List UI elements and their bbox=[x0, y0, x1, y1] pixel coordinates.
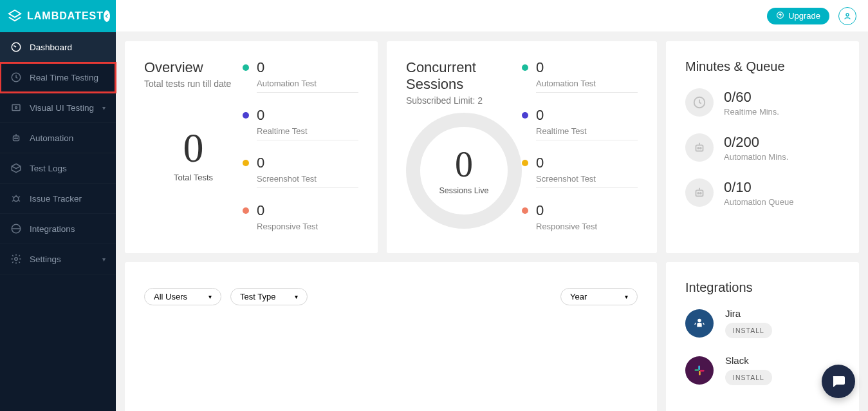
sidebar-item-issue-tracker[interactable]: Issue Tracker bbox=[0, 184, 116, 214]
metric-responsive-test: 0 Responsive Test bbox=[243, 202, 358, 235]
dashboard-content: Overview Total tests run till date 0 Tot… bbox=[116, 32, 868, 411]
metric-label: Screenshot Test bbox=[257, 174, 358, 184]
metric-automation-test: 0 Automation Test bbox=[243, 59, 358, 93]
mq-label: Realtime Mins. bbox=[724, 107, 779, 117]
svg-point-9 bbox=[15, 258, 18, 261]
automation-queue-row: 0/10Automation Queue bbox=[685, 178, 840, 207]
integration-jira: Jira INSTALL bbox=[685, 308, 840, 338]
chat-fab[interactable] bbox=[822, 365, 855, 398]
integrations-title: Integrations bbox=[685, 280, 840, 295]
filter-users-select[interactable]: All Users ▾ bbox=[144, 288, 221, 305]
select-value: Year bbox=[570, 292, 587, 301]
overview-total-value: 0 bbox=[183, 128, 204, 169]
chevron-down-icon: ▾ bbox=[102, 104, 106, 111]
metric-value: 0 bbox=[257, 155, 264, 171]
sidebar-collapse-toggle[interactable] bbox=[104, 10, 110, 22]
metric-value: 0 bbox=[536, 155, 544, 171]
overview-subtitle: Total tests run till date bbox=[144, 79, 243, 89]
sidebar-item-label: Integrations bbox=[30, 224, 75, 234]
gear-icon bbox=[10, 253, 22, 265]
dot-icon bbox=[522, 207, 528, 214]
bug-icon bbox=[10, 193, 22, 204]
concurrent-sessions-card: Concurrent Sessions Subscribed Limit: 2 … bbox=[387, 41, 657, 253]
metric-label: Automation Test bbox=[536, 79, 638, 88]
slack-logo-icon bbox=[685, 356, 714, 385]
metric-screenshot-test: 0 Screenshot Test bbox=[522, 155, 638, 188]
sessions-live-value: 0 bbox=[455, 146, 473, 182]
sidebar-item-label: Automation bbox=[30, 133, 73, 143]
minutes-queue-title: Minutes & Queue bbox=[685, 59, 840, 74]
sidebar-item-settings[interactable]: Settings ▾ bbox=[0, 244, 116, 274]
metric-label: Responsive Test bbox=[536, 222, 638, 231]
integrations-icon bbox=[10, 223, 22, 234]
upgrade-label: Upgrade bbox=[788, 11, 820, 21]
box-icon bbox=[10, 162, 22, 174]
sidebar-item-label: Test Logs bbox=[30, 164, 67, 173]
brand-name: LAMBDATEST bbox=[27, 10, 104, 22]
jira-logo-icon bbox=[685, 309, 714, 338]
main-area: Upgrade Overview Total tests run till da… bbox=[116, 0, 868, 411]
mq-value: 0/200 bbox=[724, 134, 788, 151]
svg-point-19 bbox=[697, 318, 701, 322]
sidebar-item-automation[interactable]: Automation bbox=[0, 123, 116, 153]
sidebar: LAMBDATEST Dashboard Real Time Testing V… bbox=[0, 0, 116, 411]
filter-year-select[interactable]: Year ▾ bbox=[560, 288, 638, 305]
integration-name: Slack bbox=[725, 355, 772, 366]
robot-icon bbox=[685, 133, 714, 162]
dashboard-icon bbox=[10, 41, 22, 53]
sidebar-item-realtime-testing[interactable]: Real Time Testing bbox=[0, 62, 116, 93]
concurrent-title: Concurrent Sessions bbox=[406, 59, 522, 93]
svg-rect-2 bbox=[12, 105, 20, 111]
automation-mins-row: 0/200Automation Mins. bbox=[685, 133, 840, 162]
svg-point-14 bbox=[697, 148, 699, 149]
sidebar-item-label: Visual UI Testing bbox=[30, 103, 94, 113]
select-value: All Users bbox=[154, 292, 187, 301]
dot-icon bbox=[243, 64, 249, 71]
svg-rect-22 bbox=[699, 370, 701, 375]
mq-label: Automation Queue bbox=[724, 197, 793, 207]
install-slack-button[interactable]: INSTALL bbox=[725, 370, 772, 385]
dot-icon bbox=[522, 64, 528, 71]
svg-point-11 bbox=[846, 14, 849, 16]
metric-automation-test: 0 Automation Test bbox=[522, 59, 638, 93]
brand-logo-icon bbox=[8, 9, 22, 23]
clock-icon bbox=[10, 72, 22, 83]
sidebar-item-test-logs[interactable]: Test Logs bbox=[0, 153, 116, 184]
minutes-queue-card: Minutes & Queue 0/60Realtime Mins. 0/200… bbox=[666, 41, 859, 253]
svg-rect-23 bbox=[700, 370, 705, 372]
filters-card: All Users ▾ Test Type ▾ Year ▾ bbox=[125, 262, 657, 411]
chevron-down-icon: ▾ bbox=[102, 256, 106, 263]
integration-slack: Slack INSTALL bbox=[685, 355, 840, 385]
sessions-ring: 0 Sessions Live bbox=[406, 113, 522, 229]
dot-icon bbox=[522, 112, 528, 119]
sidebar-item-label: Issue Tracker bbox=[30, 194, 82, 204]
sidebar-item-dashboard[interactable]: Dashboard bbox=[0, 32, 116, 62]
dot-icon bbox=[243, 207, 249, 214]
upgrade-button[interactable]: Upgrade bbox=[767, 8, 829, 24]
filter-testtype-select[interactable]: Test Type ▾ bbox=[230, 288, 308, 305]
overview-card: Overview Total tests run till date 0 Tot… bbox=[125, 41, 378, 253]
svg-point-18 bbox=[700, 193, 701, 194]
concurrent-subtitle: Subscribed Limit: 2 bbox=[406, 95, 522, 106]
svg-point-17 bbox=[697, 193, 699, 194]
svg-point-5 bbox=[15, 138, 16, 139]
profile-avatar[interactable] bbox=[838, 7, 856, 25]
sidebar-item-integrations[interactable]: Integrations bbox=[0, 214, 116, 244]
sidebar-item-visual-ui-testing[interactable]: Visual UI Testing ▾ bbox=[0, 93, 116, 123]
clock-icon bbox=[685, 88, 714, 117]
metric-value: 0 bbox=[536, 107, 544, 124]
metric-label: Responsive Test bbox=[257, 222, 358, 231]
eye-icon bbox=[10, 102, 22, 113]
robot-icon bbox=[10, 132, 22, 144]
concurrent-metrics: 0 Automation Test 0 Realtime Test 0 Scre… bbox=[522, 59, 638, 235]
install-jira-button[interactable]: INSTALL bbox=[725, 323, 772, 338]
metric-value: 0 bbox=[257, 107, 264, 124]
integration-name: Jira bbox=[725, 308, 772, 319]
upload-icon bbox=[776, 11, 784, 21]
svg-rect-20 bbox=[698, 365, 700, 370]
mq-value: 0/60 bbox=[724, 89, 779, 106]
dot-icon bbox=[243, 160, 249, 166]
metric-value: 0 bbox=[257, 202, 264, 219]
realtime-mins-row: 0/60Realtime Mins. bbox=[685, 88, 840, 117]
sidebar-nav: Dashboard Real Time Testing Visual UI Te… bbox=[0, 32, 116, 274]
